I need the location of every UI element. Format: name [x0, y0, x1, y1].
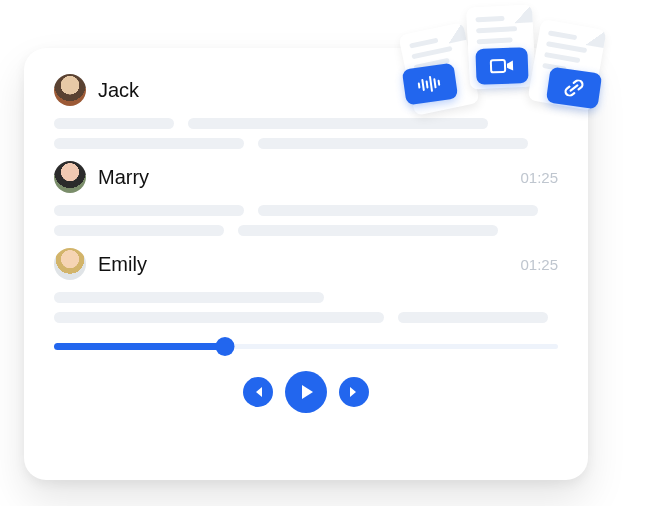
progress-thumb[interactable]	[216, 337, 235, 356]
text-placeholder	[238, 225, 498, 236]
text-placeholder	[398, 312, 548, 323]
text-placeholder	[54, 292, 324, 303]
skip-back-icon	[251, 385, 265, 399]
prev-button[interactable]	[243, 377, 273, 407]
entry-header: Marry 01:25	[54, 161, 558, 193]
entry-header: Emily 01:25	[54, 248, 558, 280]
progress-bar[interactable]	[54, 337, 558, 355]
text-placeholder	[258, 138, 528, 149]
entry-header: Jack	[54, 74, 558, 106]
transcript-lines	[54, 292, 558, 323]
avatar	[54, 248, 86, 280]
player-controls	[54, 371, 558, 413]
next-button[interactable]	[339, 377, 369, 407]
transcript-entry: Emily 01:25	[54, 248, 558, 323]
speaker-name: Jack	[98, 79, 139, 102]
speaker-name: Marry	[98, 166, 149, 189]
progress-fill	[54, 343, 225, 350]
text-placeholder	[54, 312, 384, 323]
speaker-name: Emily	[98, 253, 147, 276]
text-placeholder	[188, 118, 488, 129]
avatar	[54, 74, 86, 106]
transcript-entry: Marry 01:25	[54, 161, 558, 236]
text-placeholder	[54, 138, 244, 149]
transcript-lines	[54, 205, 558, 236]
skip-forward-icon	[347, 385, 361, 399]
timestamp: 01:25	[520, 169, 558, 186]
transcript-entry: Jack	[54, 74, 558, 149]
text-placeholder	[54, 205, 244, 216]
play-icon	[297, 383, 315, 401]
text-placeholder	[54, 225, 224, 236]
avatar	[54, 161, 86, 193]
text-placeholder	[54, 118, 174, 129]
timestamp: 01:25	[520, 256, 558, 273]
text-placeholder	[258, 205, 538, 216]
play-button[interactable]	[285, 371, 327, 413]
transcript-card: Jack Marry 01:25 Emily 01:25	[24, 48, 588, 480]
transcript-lines	[54, 118, 558, 149]
